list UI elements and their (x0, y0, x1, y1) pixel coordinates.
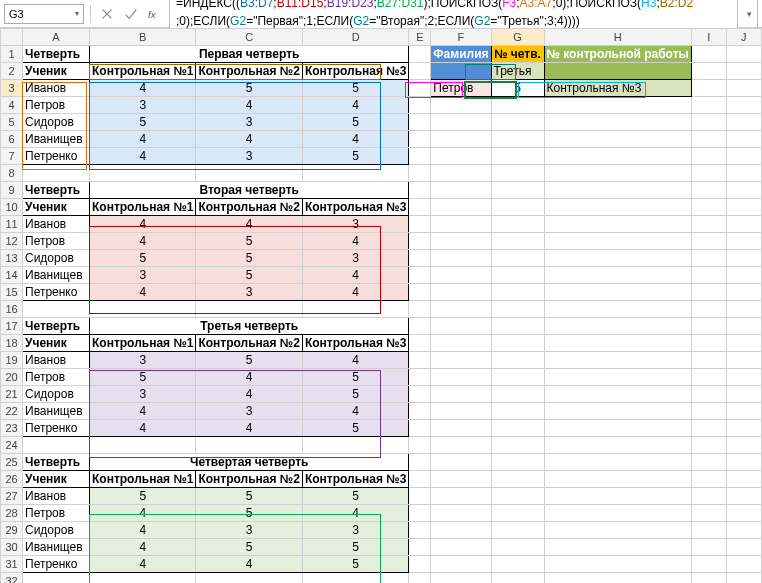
cell[interactable] (409, 505, 431, 522)
row-header[interactable]: 9 (1, 182, 23, 199)
cell[interactable] (409, 114, 431, 131)
cell[interactable] (491, 573, 544, 584)
cancel-icon[interactable] (97, 4, 117, 24)
cell[interactable] (491, 216, 544, 233)
cell[interactable] (491, 233, 544, 250)
cell[interactable] (691, 114, 726, 131)
row-header[interactable]: 10 (1, 199, 23, 216)
cell[interactable] (726, 63, 761, 80)
cell[interactable] (409, 267, 431, 284)
cell[interactable]: Петров (23, 369, 90, 386)
cell[interactable] (491, 556, 544, 573)
cell[interactable] (431, 267, 491, 284)
fx-icon[interactable]: fx (145, 4, 165, 24)
cell[interactable]: 5 (302, 539, 408, 556)
cell[interactable]: 5 (302, 80, 408, 97)
cell[interactable] (431, 165, 491, 182)
cell[interactable] (544, 488, 691, 505)
cell[interactable]: Сидоров (23, 114, 90, 131)
cell[interactable]: 5 (302, 488, 408, 505)
cell[interactable]: 4 (90, 556, 196, 573)
cell[interactable] (691, 352, 726, 369)
cell[interactable] (726, 437, 761, 454)
cell[interactable] (431, 471, 491, 488)
row-header[interactable]: 14 (1, 267, 23, 284)
cell[interactable] (409, 488, 431, 505)
cell[interactable] (544, 352, 691, 369)
cell[interactable]: 4 (90, 505, 196, 522)
cell[interactable] (691, 63, 726, 80)
cell[interactable] (431, 352, 491, 369)
chevron-down-icon[interactable]: ▾ (75, 9, 79, 18)
cell[interactable] (544, 97, 691, 114)
cell[interactable]: 4 (302, 131, 408, 148)
cell[interactable] (544, 114, 691, 131)
cell[interactable] (431, 437, 491, 454)
cell[interactable] (691, 284, 726, 301)
cell[interactable] (726, 131, 761, 148)
cell[interactable] (726, 97, 761, 114)
cell[interactable]: Иванов (23, 80, 90, 97)
cell[interactable] (691, 148, 726, 165)
cell[interactable]: 5 (302, 148, 408, 165)
cell[interactable]: Ученик (23, 63, 90, 80)
cell[interactable] (491, 420, 544, 437)
cell[interactable]: Сидоров (23, 522, 90, 539)
cell[interactable] (491, 284, 544, 301)
cell[interactable] (409, 386, 431, 403)
cell[interactable] (691, 46, 726, 63)
cell[interactable] (491, 505, 544, 522)
cell[interactable] (544, 386, 691, 403)
cell[interactable]: 3 (90, 386, 196, 403)
cell[interactable]: 5 (302, 556, 408, 573)
cell[interactable] (726, 352, 761, 369)
cell[interactable] (491, 352, 544, 369)
cell[interactable] (726, 182, 761, 199)
cell[interactable] (691, 233, 726, 250)
cell[interactable] (90, 437, 196, 454)
cell[interactable] (409, 437, 431, 454)
col-header[interactable]: F (431, 29, 491, 46)
cell[interactable] (691, 522, 726, 539)
cell[interactable]: 5 (302, 369, 408, 386)
cell[interactable] (409, 216, 431, 233)
cell[interactable] (491, 267, 544, 284)
cell[interactable]: Четверть (23, 46, 90, 63)
cell[interactable] (491, 301, 544, 318)
cell[interactable] (491, 148, 544, 165)
cell[interactable] (491, 335, 544, 352)
cell[interactable] (544, 131, 691, 148)
cell[interactable] (431, 216, 491, 233)
cell[interactable]: 3 (90, 267, 196, 284)
cell[interactable]: Сидоров (23, 386, 90, 403)
cell[interactable] (691, 216, 726, 233)
cell[interactable] (409, 522, 431, 539)
row-header[interactable]: 22 (1, 403, 23, 420)
cell[interactable] (491, 403, 544, 420)
row-header[interactable]: 18 (1, 335, 23, 352)
cell[interactable]: 4 (196, 97, 302, 114)
cell[interactable] (691, 437, 726, 454)
cell[interactable] (544, 199, 691, 216)
cell[interactable]: 3 (302, 522, 408, 539)
cell[interactable]: Контрольная №2 (196, 63, 302, 80)
cell[interactable] (544, 556, 691, 573)
cell[interactable]: Петров (431, 80, 491, 97)
cell[interactable]: 4 (90, 80, 196, 97)
cell[interactable] (409, 403, 431, 420)
col-header[interactable]: B (90, 29, 196, 46)
cell[interactable]: 4 (90, 522, 196, 539)
cell[interactable]: 4 (302, 233, 408, 250)
cell[interactable] (726, 386, 761, 403)
cell[interactable]: 4 (90, 284, 196, 301)
cell[interactable]: Контрольная №3 (302, 199, 408, 216)
cell[interactable] (726, 301, 761, 318)
cell[interactable]: 4 (90, 148, 196, 165)
cell[interactable]: Контрольная №1 (90, 63, 196, 80)
cell[interactable]: Петренко (23, 148, 90, 165)
cell[interactable]: 5 (302, 386, 408, 403)
cell[interactable] (302, 437, 408, 454)
cell[interactable]: Контрольная №2 (196, 199, 302, 216)
cell[interactable]: Иванов (23, 352, 90, 369)
cell[interactable]: Третья (491, 63, 544, 80)
